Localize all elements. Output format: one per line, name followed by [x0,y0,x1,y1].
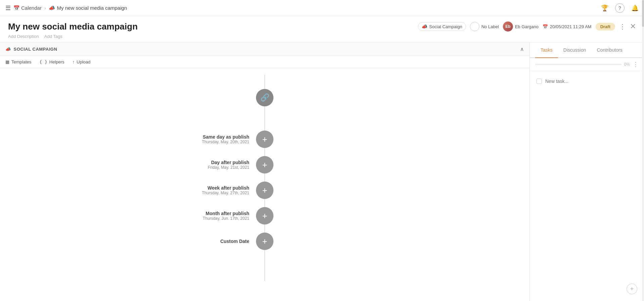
helpers-label: Helpers [49,59,65,64]
breadcrumb-separator: › [44,5,46,11]
month-after-date: Thursday, Jun. 17th, 2021 [172,216,249,221]
new-task-row [535,75,639,87]
avatar: Eb [503,21,513,32]
timeline-node-same-day: Same day as publish Thursday, May. 20th,… [164,131,366,148]
week-after-date: Thursday, May. 27th, 2021 [172,191,249,195]
add-tags-button[interactable]: Add Tags [44,34,62,39]
same-day-date: Thursday, May. 20th, 2021 [172,140,249,144]
date-selector[interactable]: 📅 20/05/2021 11:29 AM [543,24,592,29]
week-after-label: Week after publish [172,185,249,191]
timeline-area: 🔗 Same day as publish Thursday, May. 20t… [0,68,529,301]
notifications-button[interactable]: 🔔 [631,4,639,12]
trophy-button[interactable]: 🏆 [601,4,608,12]
no-label-text: No Label [481,24,499,29]
section-title: 📣 SOCIAL CAMPAIGN [5,47,57,52]
new-task-checkbox[interactable] [536,79,542,84]
scrollbar-track [642,43,644,301]
megaphone-badge-icon: 📣 [422,24,427,29]
campaign-nav-title: My new social media campaign [57,5,127,11]
week-after-add-button[interactable]: + [256,182,273,199]
label-selector[interactable]: No Label [470,22,499,31]
timeline-node-day-after: Day after publish Friday, May. 21st, 202… [164,156,366,173]
templates-label: Templates [11,59,31,64]
calendar-icon: 📅 [13,5,20,11]
title-bar: My new social media campaign Add Descrip… [0,16,644,43]
tasks-more-button[interactable]: ⋮ [633,61,639,68]
section-megaphone-icon: 📣 [5,47,11,52]
custom-date-add-button[interactable]: + [256,233,273,250]
timeline-node-link: 🔗 [164,89,366,106]
timeline-node-week-after: Week after publish Thursday, May. 27th, … [164,182,366,199]
right-panel-content [530,71,644,190]
collapse-section-button[interactable]: ∧ [520,46,524,52]
progress-bar-track [535,64,621,65]
right-panel-tabs: Tasks Discussion Contributors [530,43,644,58]
add-section-button[interactable]: + [627,284,637,294]
user-assignee[interactable]: Eb Eb Gargano [503,21,539,32]
same-day-label: Same day as publish [172,134,249,140]
status-badge[interactable]: Draft [596,23,615,31]
templates-icon: ▦ [5,59,9,64]
main-area: My new social media campaign Add Descrip… [0,16,644,301]
hamburger-icon[interactable]: ☰ [5,4,11,12]
right-panel: Tasks Discussion Contributors 0% ⋮ [530,43,644,301]
progress-row: 0% ⋮ [530,58,644,71]
calendar-nav-label: Calendar [21,5,42,11]
day-after-add-button[interactable]: + [256,156,273,173]
tab-contributors[interactable]: Contributors [592,43,628,58]
help-button[interactable]: ? [615,3,625,13]
user-name: Eb Gargano [515,24,539,29]
progress-percentage: 0% [624,62,630,67]
month-after-label: Month after publish [172,211,249,216]
campaign-badge-label: Social Campaign [429,24,462,29]
tab-tasks[interactable]: Tasks [535,43,558,58]
upload-button[interactable]: ↑ Upload [73,59,91,64]
upload-label: Upload [77,59,90,64]
left-panel: 📣 SOCIAL CAMPAIGN ∧ ▦ Templates { } Help… [0,43,530,301]
top-navigation: ☰ 📅 Calendar › 📣 My new social media cam… [0,0,644,16]
megaphone-icon: 📣 [49,5,55,11]
day-after-label: Day after publish [172,160,249,165]
new-task-input[interactable] [545,79,637,84]
calendar-date-icon: 📅 [543,24,548,29]
month-after-add-button[interactable]: + [256,207,273,224]
no-label-circle [470,22,479,31]
close-button[interactable]: ✕ [630,22,636,31]
upload-icon: ↑ [73,59,75,64]
calendar-nav-item[interactable]: 📅 Calendar [13,5,42,11]
helpers-button[interactable]: { } Helpers [39,59,64,64]
toolbar: ▦ Templates { } Helpers ↑ Upload [0,56,529,68]
timeline-node-month-after: Month after publish Thursday, Jun. 17th,… [164,207,366,224]
more-options-button[interactable]: ⋮ [619,22,626,31]
link-node-button[interactable]: 🔗 [256,89,273,106]
content-wrapper: 📣 SOCIAL CAMPAIGN ∧ ▦ Templates { } Help… [0,43,644,301]
same-day-add-button[interactable]: + [256,131,273,148]
section-title-text: SOCIAL CAMPAIGN [14,47,57,52]
section-header: 📣 SOCIAL CAMPAIGN ∧ [0,43,529,56]
timeline-inner: 🔗 Same day as publish Thursday, May. 20t… [0,75,529,281]
helpers-icon: { } [39,59,47,64]
tab-discussion[interactable]: Discussion [558,43,592,58]
day-after-date: Friday, May. 21st, 2021 [172,165,249,170]
campaign-type-badge[interactable]: 📣 Social Campaign [418,22,466,31]
campaign-nav-item: 📣 My new social media campaign [49,5,127,11]
custom-date-label: Custom Date [172,239,249,244]
add-description-button[interactable]: Add Description [8,34,39,39]
templates-button[interactable]: ▦ Templates [5,59,31,64]
page-title: My new social media campaign [8,21,138,32]
date-value: 20/05/2021 11:29 AM [550,24,592,29]
timeline-node-custom-date: Custom Date + [164,233,366,250]
